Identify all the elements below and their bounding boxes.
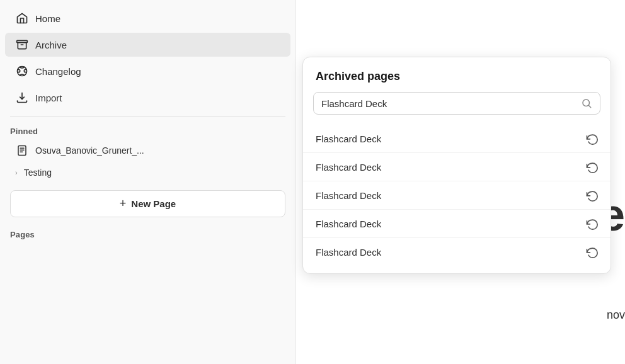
sidebar: Home Archive Changelog <box>0 0 296 364</box>
archive-search-input[interactable] <box>321 98 576 109</box>
restore-icon-4[interactable] <box>585 217 598 230</box>
nav-item-changelog-label: Changelog <box>35 66 81 77</box>
nav-item-archive-label: Archive <box>35 40 67 50</box>
partial-text-nov: nov <box>607 309 625 322</box>
svg-rect-0 <box>17 40 28 42</box>
archive-item-name-4: Flashcard Deck <box>316 219 381 229</box>
new-page-button[interactable]: + New Page <box>10 190 285 217</box>
pinned-testing-label: Testing <box>24 168 52 178</box>
restore-icon-3[interactable] <box>585 189 598 202</box>
archive-item-name-1: Flashcard Deck <box>316 134 381 144</box>
pinned-item-testing[interactable]: › Testing <box>5 163 290 182</box>
nav-item-home-label: Home <box>35 13 60 24</box>
import-icon <box>15 91 29 105</box>
pinned-section-label: Pinned <box>0 122 295 139</box>
document-icon <box>15 144 29 157</box>
archive-list-item[interactable]: Flashcard Deck <box>303 210 611 238</box>
nav-item-import[interactable]: Import <box>5 86 290 110</box>
archive-item-name-5: Flashcard Deck <box>316 247 381 258</box>
plus-icon: + <box>120 197 127 210</box>
archive-list-item[interactable]: Flashcard Deck <box>303 181 611 210</box>
archive-item-name-3: Flashcard Deck <box>316 190 381 201</box>
restore-icon-1[interactable] <box>585 132 598 145</box>
home-icon <box>15 11 29 25</box>
divider <box>10 116 285 117</box>
pinned-doc-label: Osuva_Banovic_Grunert_... <box>35 145 144 156</box>
archive-popup-title: Archived pages <box>303 70 611 92</box>
changelog-icon <box>15 64 29 78</box>
archive-icon <box>15 38 29 52</box>
nav-item-import-label: Import <box>35 93 62 103</box>
nav-item-changelog[interactable]: Changelog <box>5 59 290 83</box>
archive-search-container <box>313 92 600 115</box>
restore-icon-2[interactable] <box>585 161 598 173</box>
archive-list: Flashcard Deck Flashcard Deck <box>303 122 611 268</box>
chevron-right-icon: › <box>15 169 18 176</box>
pages-section-label: Pages <box>0 225 295 242</box>
archive-list-item[interactable]: Flashcard Deck <box>303 238 611 266</box>
restore-icon-5[interactable] <box>585 246 598 258</box>
archive-list-item[interactable]: Flashcard Deck <box>303 125 611 153</box>
archive-list-item[interactable]: Flashcard Deck <box>303 153 611 181</box>
pinned-item-doc[interactable]: Osuva_Banovic_Grunert_... <box>5 139 290 162</box>
search-icon <box>581 98 592 109</box>
nav-item-archive[interactable]: Archive <box>5 33 290 57</box>
svg-point-2 <box>583 100 590 106</box>
main-content: Archived pages Flashcard Deck <box>296 0 625 364</box>
archive-item-name-2: Flashcard Deck <box>316 162 381 173</box>
nav-item-home[interactable]: Home <box>5 6 290 30</box>
new-page-label: New Page <box>131 198 176 209</box>
archive-popup: Archived pages Flashcard Deck <box>302 57 611 274</box>
